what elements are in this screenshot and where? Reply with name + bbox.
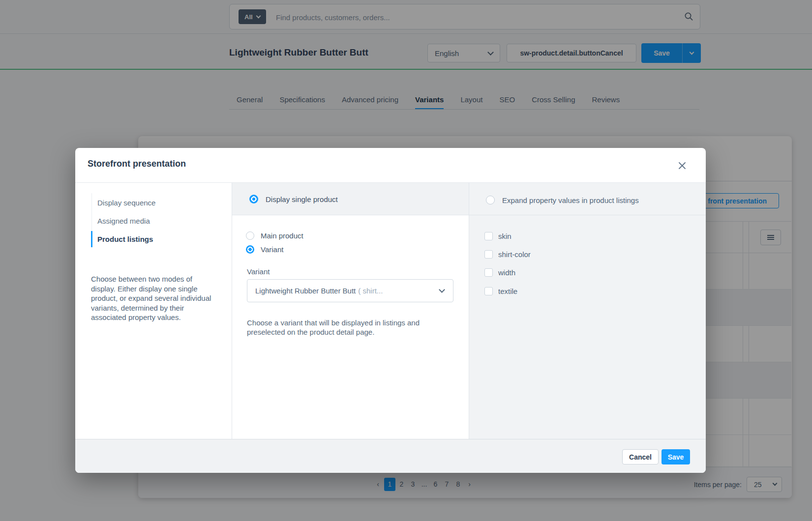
sidebar-item-product-listings[interactable]: Product listings: [97, 235, 153, 243]
checkbox-unchecked-icon[interactable]: [484, 268, 493, 277]
property-label: width: [498, 268, 515, 277]
variant-option[interactable]: Variant: [246, 245, 283, 254]
sidebar-active-indicator: [91, 231, 92, 247]
modal-title: Storefront presentation: [88, 159, 186, 169]
storefront-presentation-modal: Storefront presentation Display sequence…: [75, 148, 706, 473]
modal-cancel-button[interactable]: Cancel: [622, 449, 659, 464]
property-option-textile[interactable]: textile: [484, 287, 517, 295]
radio-selected-icon[interactable]: [246, 245, 254, 254]
expand-mode-label: Expand property values in product listin…: [502, 196, 639, 204]
single-product-mode-row[interactable]: Display single product: [249, 195, 338, 203]
checkbox-unchecked-icon[interactable]: [484, 287, 493, 295]
expand-header-divider: [469, 215, 706, 215]
close-icon[interactable]: [677, 161, 687, 171]
app-root: All Lightweight Rubber Butter Butt Engli…: [0, 0, 812, 521]
sidebar-item-assigned-media[interactable]: Assigned media: [97, 217, 150, 225]
modal-footer: [75, 439, 706, 473]
main-product-option[interactable]: Main product: [246, 232, 303, 240]
single-product-mode-label: Display single product: [266, 195, 338, 203]
expand-mode-row[interactable]: Expand property values in product listin…: [486, 196, 639, 204]
variant-select-hint: ( shirt...: [358, 287, 383, 295]
checkbox-unchecked-icon[interactable]: [484, 232, 493, 240]
variant-field-label: Variant: [247, 267, 270, 276]
radio-selected-icon[interactable]: [249, 195, 258, 203]
radio-unselected-icon[interactable]: [486, 196, 495, 204]
expand-column-background: [469, 183, 706, 439]
sidebar-description: Choose between two modes of display. Eit…: [91, 274, 217, 322]
sidebar-item-display-sequence[interactable]: Display sequence: [97, 199, 155, 207]
variant-select-value: Lightweight Rubber Butter Butt: [255, 287, 356, 295]
property-option-skin[interactable]: skin: [484, 232, 511, 240]
variant-help-text: Choose a variant that will be displayed …: [247, 318, 444, 337]
variant-option-label: Variant: [261, 245, 283, 254]
modal-save-button[interactable]: Save: [662, 449, 690, 464]
radio-unselected-icon[interactable]: [246, 232, 254, 240]
checkbox-unchecked-icon[interactable]: [484, 250, 493, 259]
property-option-shirt-color[interactable]: shirt-color: [484, 250, 531, 259]
main-product-label: Main product: [261, 232, 303, 240]
sidebar-divider: [232, 183, 232, 439]
variant-select[interactable]: Lightweight Rubber Butter Butt ( shirt..…: [247, 279, 453, 302]
property-label: shirt-color: [498, 250, 531, 259]
property-label: textile: [498, 287, 517, 295]
property-option-width[interactable]: width: [484, 268, 515, 277]
chevron-down-icon: [439, 287, 445, 293]
property-label: skin: [498, 232, 511, 240]
